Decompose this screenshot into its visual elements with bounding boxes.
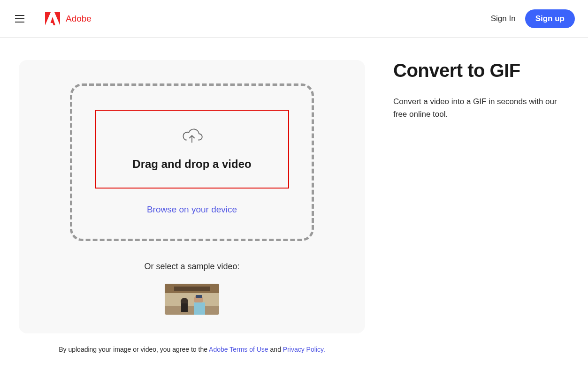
svg-rect-8 <box>196 295 202 298</box>
left-panel: Drag and drop a video Browse on your dev… <box>19 60 365 353</box>
adobe-logo-icon <box>45 12 60 25</box>
privacy-policy-link[interactable]: Privacy Policy. <box>283 346 325 353</box>
adobe-brand-text: Adobe <box>66 14 92 24</box>
svg-rect-5 <box>181 303 188 312</box>
header: Adobe Sign In Sign up <box>0 0 588 38</box>
drop-zone[interactable]: Drag and drop a video Browse on your dev… <box>70 83 314 241</box>
main-content: Drag and drop a video Browse on your dev… <box>0 38 588 353</box>
header-right: Sign In Sign up <box>491 9 575 28</box>
signup-button[interactable]: Sign up <box>525 9 575 28</box>
terms-of-use-link[interactable]: Adobe Terms of Use <box>209 346 268 353</box>
right-panel: Convert to GIF Convert a video into a GI… <box>393 60 574 353</box>
sample-video-thumbnail[interactable] <box>165 284 219 315</box>
legal-prefix: By uploading your image or video, you ag… <box>59 346 209 353</box>
page-subtitle: Convert a video into a GIF in seconds wi… <box>393 95 562 121</box>
page-title: Convert to GIF <box>393 60 574 81</box>
hamburger-menu-icon[interactable] <box>13 13 26 24</box>
browse-device-link[interactable]: Browse on your device <box>147 204 237 215</box>
signin-link[interactable]: Sign In <box>491 14 516 23</box>
legal-notice: By uploading your image or video, you ag… <box>19 346 365 353</box>
drag-drop-text: Drag and drop a video <box>132 158 251 171</box>
header-left: Adobe <box>13 12 92 25</box>
drop-highlight-box: Drag and drop a video <box>95 110 289 189</box>
adobe-logo[interactable]: Adobe <box>45 12 92 25</box>
sample-video-label: Or select a sample video: <box>42 262 342 272</box>
legal-and: and <box>268 346 283 353</box>
svg-rect-3 <box>165 306 219 315</box>
svg-rect-7 <box>194 302 205 315</box>
upload-card: Drag and drop a video Browse on your dev… <box>19 60 365 333</box>
svg-rect-2 <box>174 287 210 291</box>
upload-cloud-icon <box>181 128 203 144</box>
